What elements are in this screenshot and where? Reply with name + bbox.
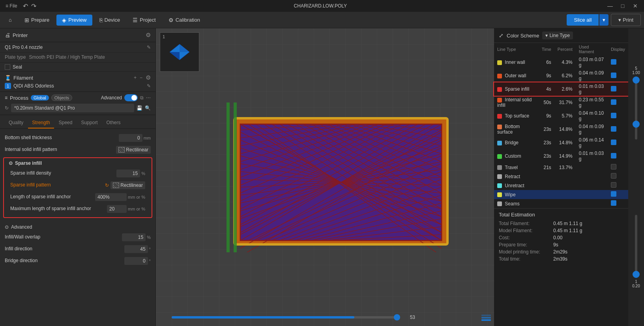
model-thumbnail[interactable]: 1 [160,32,199,72]
display-checkbox[interactable] [611,113,616,118]
profile-search-icon[interactable]: 🔍 [145,105,151,111]
process-copy-icon[interactable]: ⧉ [140,95,144,101]
display-checkbox[interactable] [611,164,616,170]
sparse-infill-density-input[interactable] [116,170,140,177]
color-swatch [497,114,502,119]
bottom-vertical-slider[interactable] [635,215,637,278]
home-button[interactable]: ⌂ [3,13,17,27]
display-cell[interactable] [608,190,628,199]
top-vertical-slider[interactable] [635,76,637,140]
tab-project[interactable]: ☰ Project [127,15,161,26]
infill-wall-overlap-unit: % [147,235,151,240]
tab-preview[interactable]: ◈ Preview [56,15,92,26]
display-checkbox[interactable] [611,86,616,91]
bottom-shell-thickness-input[interactable] [119,134,142,142]
print-button[interactable]: ▾ Print [611,14,641,26]
global-tag[interactable]: Global [31,95,49,101]
plate-type-row: Plate type Smooth PEI Plate / High Temp … [0,53,155,63]
tab-others[interactable]: Others [102,117,124,129]
top-slider-thumb[interactable] [633,76,640,84]
tab-speed[interactable]: Speed [55,117,77,129]
advanced-toggle[interactable] [124,94,138,101]
timeline-track[interactable] [172,316,400,319]
display-checkbox[interactable] [611,173,616,179]
display-cell[interactable] [608,69,628,82]
timeline-slider[interactable]: 53 [172,313,415,321]
max-length-anchor-input[interactable]: 20 [107,205,127,213]
filament-cell [576,199,608,208]
display-cell[interactable] [608,181,628,190]
infill-wall-overlap-input[interactable] [122,233,146,241]
color-scheme-expand-icon[interactable]: ⤢ [499,32,504,39]
display-cell[interactable] [608,123,628,136]
display-checkbox[interactable] [611,59,616,65]
percent-cell: 14.8% [554,123,576,136]
display-checkbox[interactable] [611,140,616,145]
display-checkbox[interactable] [611,200,616,206]
process-title-label: Process [10,95,28,101]
process-more-icon[interactable]: ⋯ [146,95,151,101]
preview-icon: ◈ [62,17,66,23]
tab-quality[interactable]: Quality [5,117,27,129]
display-cell[interactable] [608,172,628,181]
display-checkbox[interactable] [611,182,616,188]
filament-add-button[interactable]: + [134,75,137,80]
seal-checkbox[interactable] [5,64,10,70]
bridge-direction-input[interactable] [124,257,148,265]
profile-input[interactable] [11,104,134,112]
display-cell[interactable] [608,199,628,208]
estimation-value: 2m29s [553,249,567,255]
display-checkbox[interactable] [611,126,616,132]
display-cell[interactable] [608,109,628,123]
display-cell[interactable] [608,82,628,96]
display-cell[interactable] [608,149,628,163]
objects-tag[interactable]: Objects [51,95,72,101]
top-slider-thumb2[interactable] [633,121,640,128]
display-checkbox[interactable] [611,191,616,197]
display-checkbox[interactable] [611,73,616,78]
internal-solid-infill-pattern-select[interactable]: Rectilinear [116,146,151,154]
close-button[interactable]: ✕ [630,2,641,10]
display-checkbox[interactable] [611,99,616,105]
sparse-infill-pattern-select[interactable]: Rectilinear [110,181,145,189]
3d-viewport[interactable]: 1 [156,28,494,326]
undo-button[interactable]: ↶ [23,2,28,10]
tab-prepare[interactable]: ⊞ Prepare [19,15,55,26]
filament-settings-icon[interactable]: ⚙ [146,74,151,81]
length-anchor-input[interactable]: 400% [95,193,127,201]
maximize-button[interactable]: □ [617,2,628,10]
minimize-button[interactable]: — [605,2,616,10]
bottom-slider-thumb[interactable] [633,271,640,278]
display-cell[interactable] [608,96,628,109]
layer-stack-button[interactable] [481,314,491,323]
infill-direction-input[interactable] [124,245,148,253]
line-type-dropdown[interactable]: ▾ Line Type [542,32,573,39]
advanced-label: Advanced [101,95,122,101]
filament-cell: 0.01 m 0.03 g [576,149,608,163]
display-cell[interactable] [608,163,628,172]
printer-model-row[interactable]: Q1 Pro 0.4 nozzle ✎ [0,42,155,53]
tab-support[interactable]: Support [77,117,101,129]
file-menu[interactable]: ≡ File [3,3,20,9]
filament-edit-icon[interactable]: ✎ [147,83,151,89]
estimation-title: Total Estimation [499,212,639,218]
filament-remove-button[interactable]: − [140,75,142,80]
slice-button[interactable]: Slice all [567,14,599,26]
display-cell[interactable] [608,56,628,69]
printer-edit-icon[interactable]: ✎ [147,45,151,50]
vertical-sliders: 5 1.00 1 0.20 [628,28,644,326]
display-checkbox[interactable] [611,153,616,158]
tab-calibration[interactable]: ⚙ Calibration [163,15,206,26]
timeline-thumb[interactable] [394,314,400,320]
color-table-row: Seams [494,199,628,208]
tab-device[interactable]: ⎘ Device [94,15,126,26]
profile-save-icon[interactable]: 💾 [137,105,142,111]
display-cell[interactable] [608,136,628,149]
slice-dropdown-button[interactable]: ▾ [599,14,608,26]
sparse-infill-pattern-refresh-icon[interactable]: ↻ [105,183,109,188]
profile-refresh-icon[interactable]: ↻ [5,105,9,111]
tab-strength[interactable]: Strength [28,117,54,129]
redo-button[interactable]: ↷ [31,2,36,10]
printer-settings-icon[interactable]: ⚙ [146,32,151,39]
percent-cell: 6.2% [554,69,576,82]
